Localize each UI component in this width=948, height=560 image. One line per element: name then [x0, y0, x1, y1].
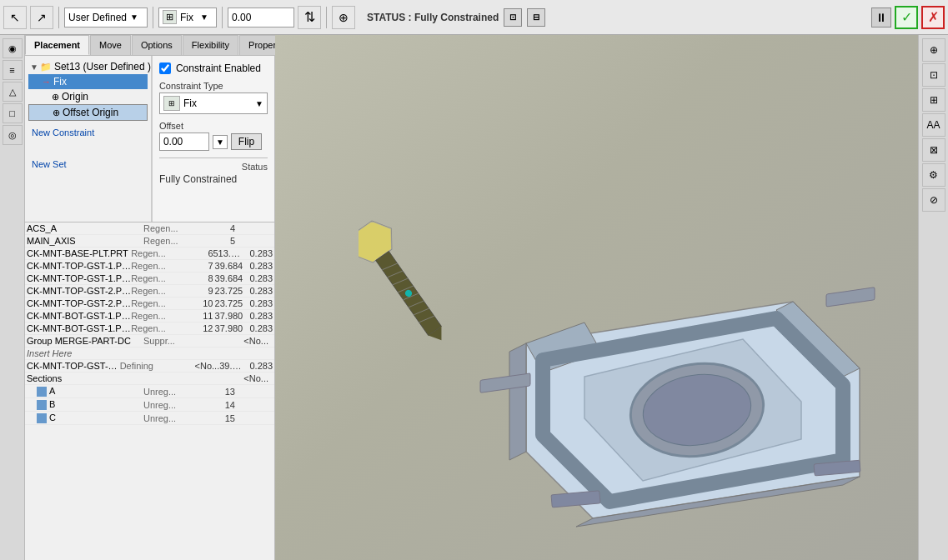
measure-button[interactable]: ⇅	[298, 6, 321, 29]
constraint-panel: Constraint Enabled Constraint Type ⊞ Fix…	[152, 56, 274, 222]
tree-cell-status: Regen...	[143, 223, 193, 233]
user-defined-label: User Defined	[68, 12, 127, 23]
tree-cell-val1: <No...	[235, 336, 268, 346]
tree-cell-status: Regen...	[131, 261, 176, 271]
new-constraint-label: New Constraint	[32, 126, 94, 139]
rt-display-button[interactable]: ⊠	[922, 138, 945, 162]
tree-row-sections[interactable]: Sections <No...	[25, 372, 274, 385]
tree-cell-val2: 0.283	[243, 248, 273, 258]
tree-cell-name: CK-MNT-TOP-GST-2.PRT	[27, 286, 131, 296]
tree-row-base-plt[interactable]: CK-MNT-BASE-PLT.PRT Regen... 6 513.474 0…	[25, 248, 274, 260]
tree-row-top-gst1-8[interactable]: CK-MNT-TOP-GST-1.PRT Regen... 8 39.684 0…	[25, 272, 274, 285]
tree-cell-status: Regen...	[131, 273, 176, 283]
offset-label: Offset	[159, 121, 268, 131]
tree-cell-status: Suppr...	[143, 336, 193, 346]
ok-button[interactable]: ✓	[895, 6, 918, 29]
status-label: Status	[242, 162, 268, 172]
fix-type-label: Fix	[183, 98, 197, 109]
rt-views-button[interactable]: ⊞	[922, 88, 945, 112]
flip-button[interactable]: Flip	[231, 133, 262, 150]
new-constraint-item[interactable]: New Constraint	[28, 121, 148, 141]
separator-3	[222, 7, 223, 28]
origin-icon: ⊕	[52, 92, 59, 102]
tree-row-section-a[interactable]: A Unreg... 13	[25, 385, 274, 398]
rt-text-button[interactable]: AA	[922, 113, 945, 137]
tree-fix-item[interactable]: → Fix	[28, 74, 148, 89]
tree-cell-val2: 0.283	[243, 273, 273, 283]
user-defined-dropdown[interactable]: User Defined ▼	[64, 8, 148, 28]
tree-cell-name: Insert Here	[27, 348, 143, 358]
offset-input[interactable]	[228, 8, 294, 28]
tree-row-top-gst2-10[interactable]: CK-MNT-TOP-GST-2.PRT Regen... 10 23.725 …	[25, 298, 274, 310]
tree-panel: ▼ 📁 Set13 (User Defined ) → Fix ⊕ Origin…	[25, 56, 152, 222]
tree-cell-val1: <No...	[235, 373, 268, 383]
sidebar-icon-4[interactable]: □	[3, 103, 23, 123]
sidebar-icon-5[interactable]: ◎	[3, 125, 23, 145]
type-dropdown-arrow-icon: ▼	[255, 99, 263, 108]
tree-row-top-gst1-7[interactable]: CK-MNT-TOP-GST-1.PRT Regen... 7 39.684 0…	[25, 260, 274, 272]
tree-cell-num: 11	[176, 311, 213, 321]
tree-row-top-pf[interactable]: CK-MNT-TOP-GST-1.PF Defining <No... 39.6…	[25, 360, 274, 372]
tree-row-section-b[interactable]: B Unreg... 14	[25, 398, 274, 412]
constraint-view-icon-2[interactable]: ⊟	[527, 8, 545, 27]
tree-cell-val1: 23.725	[213, 298, 243, 308]
tree-row-insert-here[interactable]: Insert Here	[25, 348, 274, 360]
sidebar-icon-3[interactable]: △	[3, 82, 23, 102]
move-button[interactable]: ⊕	[332, 6, 355, 29]
tree-cell-num: 15	[193, 413, 235, 423]
tree-cell-status: Unreg...	[143, 400, 193, 410]
offset-value-input[interactable]	[159, 132, 209, 151]
fix-dropdown[interactable]: ⊞ Fix ▼	[158, 8, 217, 28]
tree-cell-num: 9	[176, 286, 213, 296]
tab-options[interactable]: Options	[132, 35, 182, 55]
separator-1	[58, 7, 59, 28]
tree-cell-status: Regen...	[131, 298, 176, 308]
tree-row-bot-gst1-11[interactable]: CK-MNT-BOT-GST-1.PRT Regen... 11 37.980 …	[25, 310, 274, 322]
offset-row: ▼ Flip	[159, 132, 268, 151]
tree-cell-name: CK-MNT-BOT-GST-1.PRT	[27, 311, 131, 321]
rt-zoom-button[interactable]: ⊕	[922, 38, 945, 62]
status-value-row: Fully Constrained	[159, 173, 268, 185]
rt-more-button[interactable]: ⊘	[922, 188, 945, 212]
right-toolbar: ⊕ ⊡ ⊞ AA ⊠ ⚙ ⊘	[918, 35, 948, 560]
tree-row-acs[interactable]: ACS_A Regen... 4	[25, 222, 274, 235]
tab-move[interactable]: Move	[90, 35, 131, 55]
constraint-enabled-checkbox[interactable]	[159, 62, 171, 74]
tab-flexibility[interactable]: Flexibility	[183, 35, 238, 55]
tree-cell-name: C	[27, 412, 143, 423]
rt-fit-button[interactable]: ⊡	[922, 63, 945, 87]
tree-row-bot-gst1-12[interactable]: CK-MNT-BOT-GST-1.PRT Regen... 12 37.980 …	[25, 322, 274, 335]
svg-marker-17	[509, 343, 526, 460]
expand-icon: ▼	[30, 62, 38, 72]
offset-arrow-icon[interactable]: ▼	[213, 135, 228, 149]
pause-button[interactable]: ⏸	[871, 8, 891, 28]
tree-cell-num: 8	[176, 273, 213, 283]
sidebar-icon-2[interactable]: ≡	[3, 60, 23, 80]
new-set-item[interactable]: New Set	[28, 141, 148, 172]
sidebar-icon-1[interactable]: ◉	[3, 38, 23, 58]
rt-settings-button[interactable]: ⚙	[922, 163, 945, 187]
tree-offset-origin-label: Offset Origin	[63, 107, 118, 118]
tree-row-top-gst2-9[interactable]: CK-MNT-TOP-GST-2.PRT Regen... 9 23.725 0…	[25, 285, 274, 298]
arrow-tool-button[interactable]: ↖	[3, 6, 27, 29]
dropdown-arrow-icon: ▼	[130, 12, 138, 22]
viewport[interactable]	[275, 35, 918, 560]
tree-cell-status: Defining	[120, 361, 160, 371]
cancel-button[interactable]: ✗	[921, 6, 945, 29]
bottom-tree: ACS_A Regen... 4 MAIN_AXIS Regen... 5 CK…	[25, 222, 274, 560]
bolt-3d	[359, 202, 459, 385]
tree-root-item[interactable]: ▼ 📁 Set13 (User Defined )	[28, 59, 148, 74]
tree-cell-num: 13	[193, 387, 235, 397]
cursor-tool-button[interactable]: ↗	[30, 6, 53, 29]
tree-cell-val2: 0.283	[243, 298, 273, 308]
constraint-view-icon-1[interactable]: ⊡	[504, 8, 522, 27]
tree-root-label: Set13 (User Defined )	[54, 61, 151, 72]
tree-row-section-c[interactable]: C Unreg... 15	[25, 412, 274, 425]
tree-row-mainaxis[interactable]: MAIN_AXIS Regen... 5	[25, 235, 274, 248]
tree-origin-item[interactable]: ⊕ Origin	[28, 89, 148, 104]
new-set-label: New Set	[32, 158, 67, 171]
tree-row-merge[interactable]: Group MERGE-PART-DC Suppr... <No...	[25, 335, 274, 348]
tab-placement[interactable]: Placement	[25, 35, 89, 55]
constraint-type-dropdown[interactable]: ⊞ Fix ▼	[159, 92, 268, 114]
tree-offset-origin-item[interactable]: ⊕ Offset Origin	[28, 104, 148, 121]
